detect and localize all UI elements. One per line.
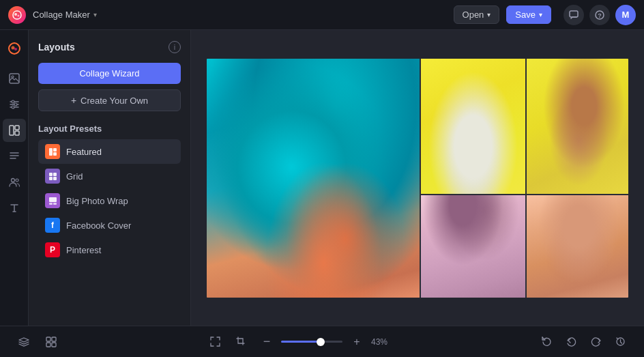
fit-screen-button[interactable]	[205, 332, 225, 352]
grid-icon	[45, 169, 60, 184]
preset-list: Featured Grid	[38, 139, 181, 262]
svg-text:?: ?	[598, 12, 602, 19]
svg-point-1	[18, 14, 20, 16]
svg-point-0	[14, 13, 17, 16]
create-own-button[interactable]: + Create Your Own	[38, 89, 181, 111]
svg-rect-2	[570, 11, 578, 17]
app-name-label: Collage Maker	[33, 10, 90, 20]
grid-view-button[interactable]	[41, 332, 61, 352]
sidebar: Layouts i Collage Wizard + Create Your O…	[29, 30, 191, 326]
photo-cell-woman[interactable]	[527, 59, 628, 194]
collage-canvas[interactable]	[207, 59, 628, 298]
photo-cell-palms[interactable]	[421, 195, 525, 298]
grid-label: Grid	[66, 171, 83, 182]
svg-point-5	[11, 46, 14, 50]
bottom-toolbar: − + 43%	[0, 326, 644, 357]
zoom-in-button[interactable]: +	[347, 332, 367, 352]
svg-rect-35	[46, 343, 50, 347]
preset-item-bigphoto[interactable]: Big Photo Wrap	[38, 188, 181, 213]
svg-rect-26	[49, 173, 53, 176]
toolbar-center: − + 43%	[205, 332, 393, 352]
photo-cell-surfer[interactable]	[207, 59, 420, 298]
preset-item-grid[interactable]: Grid	[38, 164, 181, 188]
sidebar-header: Layouts i	[38, 41, 181, 53]
bigphoto-label: Big Photo Wrap	[66, 196, 128, 206]
svg-rect-31	[49, 203, 53, 205]
canvas-area[interactable]	[191, 30, 644, 326]
svg-point-13	[14, 103, 17, 106]
preset-item-featured[interactable]: Featured	[38, 139, 181, 164]
svg-rect-29	[53, 177, 57, 180]
iconbar-photos[interactable]	[3, 67, 26, 90]
svg-rect-34	[52, 337, 56, 341]
preset-item-facebook[interactable]: f Facebook Cover	[38, 213, 181, 238]
collage-grid[interactable]	[207, 59, 628, 298]
svg-rect-7	[10, 74, 19, 83]
rotate-ccw-button[interactable]	[536, 332, 557, 352]
create-own-plus-icon: +	[71, 95, 76, 106]
svg-point-21	[11, 179, 14, 182]
undo-button[interactable]	[561, 332, 581, 352]
photo-cell-rabbit[interactable]	[421, 59, 525, 194]
pinterest-label: Pinterest	[66, 245, 101, 255]
svg-rect-30	[49, 197, 57, 202]
svg-rect-15	[10, 126, 14, 135]
svg-rect-17	[15, 131, 19, 135]
history-button[interactable]	[610, 332, 630, 352]
featured-icon	[45, 144, 60, 159]
preset-item-pinterest[interactable]: P Pinterest	[38, 238, 181, 262]
pinterest-icon: P	[45, 242, 60, 257]
bigphoto-icon	[45, 193, 60, 208]
presets-title: Layout Presets	[38, 124, 181, 134]
svg-rect-28	[49, 177, 53, 180]
iconbar-layouts[interactable]	[3, 119, 26, 142]
open-chevron: ▾	[487, 11, 491, 18]
iconbar-people[interactable]	[3, 171, 26, 194]
topbar: Collage Maker ▾ Open ▾ Save ▾ ? M	[0, 0, 644, 30]
iconbar-adjustments[interactable]	[3, 93, 26, 116]
svg-rect-23	[49, 148, 53, 156]
zoom-percent: 43%	[371, 337, 393, 347]
svg-rect-25	[53, 152, 57, 156]
layers-button[interactable]	[14, 332, 34, 352]
zoom-slider-thumb[interactable]	[317, 338, 325, 346]
svg-point-14	[12, 106, 14, 109]
topbar-icons: ? M	[564, 5, 636, 25]
svg-rect-24	[53, 148, 57, 152]
photo-cell-man[interactable]	[527, 195, 628, 298]
facebook-icon: f	[45, 218, 60, 233]
svg-point-22	[16, 179, 18, 182]
iconbar-text[interactable]	[3, 197, 26, 220]
svg-point-8	[12, 76, 14, 78]
zoom-slider[interactable]	[281, 341, 342, 343]
help-icon-btn[interactable]: ?	[589, 5, 610, 25]
toolbar-left	[14, 332, 61, 352]
comments-icon-btn[interactable]	[564, 5, 584, 25]
main-area: Layouts i Collage Wizard + Create Your O…	[0, 30, 644, 326]
facebook-label: Facebook Cover	[66, 220, 131, 231]
svg-rect-33	[46, 337, 50, 341]
iconbar-logo[interactable]	[3, 37, 26, 60]
svg-rect-27	[53, 173, 57, 176]
open-button[interactable]: Open ▾	[454, 5, 500, 24]
svg-point-6	[14, 48, 17, 51]
save-button[interactable]: Save ▾	[506, 5, 551, 24]
layouts-info-icon[interactable]: i	[169, 41, 181, 53]
crop-button[interactable]	[231, 332, 251, 352]
toolbar-right	[536, 332, 630, 352]
featured-label: Featured	[66, 147, 102, 157]
app-name-chevron: ▾	[93, 11, 97, 18]
icon-bar	[0, 30, 29, 326]
user-avatar[interactable]: M	[615, 5, 636, 25]
svg-rect-36	[52, 343, 56, 347]
layouts-title: Layouts	[38, 42, 75, 53]
zoom-control: − + 43%	[257, 332, 393, 352]
svg-rect-16	[15, 126, 19, 130]
iconbar-text-bg[interactable]	[3, 145, 26, 168]
redo-button[interactable]	[585, 332, 606, 352]
app-logo[interactable]	[8, 6, 26, 24]
collage-wizard-button[interactable]: Collage Wizard	[38, 63, 181, 84]
zoom-out-button[interactable]: −	[257, 332, 277, 352]
save-chevron: ▾	[539, 11, 542, 18]
app-name-dropdown[interactable]: Collage Maker ▾	[33, 10, 97, 20]
